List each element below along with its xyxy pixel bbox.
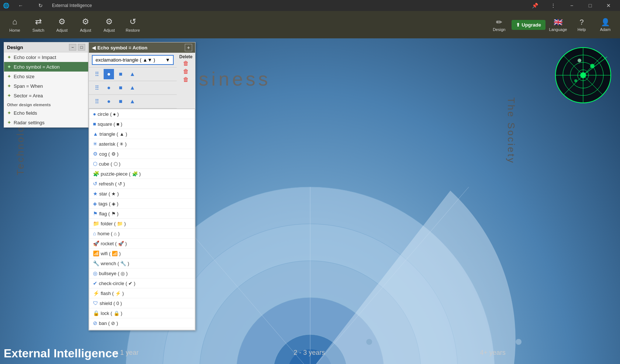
echo-color-icon: ✦ [7, 54, 11, 60]
shape-grid-btn-3[interactable]: ⠿ [92, 96, 102, 107]
more-button[interactable]: ⋮ [545, 0, 562, 11]
app-title-bottom: External Intelligence [4, 347, 118, 360]
toolbar-adjust3[interactable]: ⚙ Adjust [98, 13, 120, 37]
list-item-rocket[interactable]: 🚀 rocket ( 🚀 ) [89, 239, 195, 249]
list-item-triangle[interactable]: ▲ triangle ( ▲ ) [89, 129, 195, 139]
panel-item-radar-settings[interactable]: ✦ Radar settings [4, 118, 88, 127]
panel-item-echo-color[interactable]: ✦ Echo color = Impact [4, 52, 88, 62]
language-icon: 🇬🇧 [554, 18, 563, 27]
list-item-wifi-label: wifi ( 📶 ) [101, 251, 121, 256]
list-item-folder[interactable]: 📁 folder ( 📁 ) [89, 219, 195, 229]
shape-row-2: ⠿ ● ■ ▲ [89, 81, 177, 95]
list-item-wrench[interactable]: 🔧 wrench ( 🔧 ) [89, 259, 195, 268]
toolbar-adam-label: Adam [600, 27, 611, 32]
shape-row-3: ⠿ ● ■ ▲ [89, 95, 177, 108]
shape-triangle-btn-3[interactable]: ▲ [127, 96, 138, 107]
minimize-button[interactable]: − [563, 0, 580, 11]
delete-row1-button[interactable]: 🗑 [182, 59, 190, 67]
list-item-puzzle-piece-label: puzzle-piece ( 🧩 ) [101, 171, 141, 177]
shape-square-btn-3[interactable]: ■ [115, 96, 126, 107]
close-button[interactable]: ✕ [600, 0, 617, 11]
maximize-button[interactable]: □ [582, 0, 599, 11]
shape-circle-btn-3[interactable]: ● [104, 96, 114, 107]
delete-row3-button[interactable]: 🗑 [182, 76, 190, 84]
toolbar-adjust1-label: Adjust [56, 28, 68, 32]
panel-maximize-button[interactable]: □ [78, 44, 85, 51]
list-item-bullseye-label: bullseye ( ◎ ) [99, 271, 128, 276]
sector-society: The Society [505, 97, 517, 164]
panel-item-sector-area[interactable]: ✦ Sector = Area [4, 91, 88, 100]
echo-dropdown[interactable]: exclamation-triangle ( ▲▼ ) ▼ [92, 55, 174, 65]
toolbar-adjust1[interactable]: ⚙ Adjust [51, 13, 73, 37]
shape-grid-btn[interactable]: ⠿ [92, 69, 102, 79]
list-item-ban[interactable]: ⊘ ban ( ⊘ ) [89, 318, 195, 328]
toolbar-design[interactable]: ✏ Design [488, 13, 510, 37]
shape-grid-btn-2[interactable]: ⠿ [92, 83, 102, 93]
list-item-lock[interactable]: 🔒 lock ( 🔒 ) [89, 308, 195, 318]
list-item-asterisk[interactable]: ✳ asterisk ( ✳ ) [89, 139, 195, 149]
delete-row2-button[interactable]: 🗑 [182, 67, 190, 76]
panel-item-span-when[interactable]: ✦ Span = When [4, 81, 88, 91]
panel-item-sector-area-label: Sector = Area [14, 93, 43, 98]
list-item-refresh[interactable]: ↺ refresh ( ↺ ) [89, 179, 195, 189]
echo-fields-icon: ✦ [7, 110, 11, 116]
pin-button[interactable]: 📌 [526, 0, 543, 11]
shape-circle-btn[interactable]: ● [104, 69, 114, 79]
home-sym-icon: ⌂ [93, 230, 96, 236]
panel-item-echo-symbol[interactable]: ✦ Echo symbol = Action [4, 62, 88, 72]
list-item-cog[interactable]: ⚙ cog ( ⚙ ) [89, 149, 195, 159]
back-button[interactable]: ← [12, 0, 29, 11]
toolbar-adam[interactable]: 👤 Adam [594, 13, 616, 37]
list-item-flash-label: flash ( ⚡ ) [101, 291, 124, 296]
shape-triangle-btn[interactable]: ▲ [127, 69, 138, 79]
list-item-circle-label: circle ( ● ) [97, 111, 119, 117]
toolbar-home[interactable]: ⌂ Home [4, 13, 26, 37]
upgrade-button[interactable]: ⬆ Upgrade [512, 20, 545, 30]
refresh-button[interactable]: ↻ [32, 0, 49, 11]
list-item-check-circle[interactable]: ✔ check-circle ( ✔ ) [89, 278, 195, 288]
toolbar-adjust2[interactable]: ⚙ Adjust [75, 13, 97, 37]
list-item-square-label: square ( ■ ) [97, 121, 122, 127]
list-item-shield[interactable]: 🛡 shield ( 0 ) [89, 298, 195, 308]
echo-panel-title: Echo symbol = Action [97, 45, 183, 51]
dropdown-list[interactable]: ● circle ( ● ) ■ square ( ■ ) ▲ triangle… [89, 109, 195, 330]
panel-minimize-button[interactable]: − [69, 44, 76, 51]
upgrade-icon: ⬆ [516, 22, 520, 28]
panel-item-echo-size[interactable]: ✦ Echo size [4, 72, 88, 81]
list-item-wifi[interactable]: 📶 wifi ( 📶 ) [89, 249, 195, 259]
toolbar-switch[interactable]: ⇄ Switch [27, 13, 49, 37]
toolbar-help[interactable]: ? Help [571, 13, 593, 37]
rocket-sym-icon: 🚀 [93, 240, 99, 246]
panel-item-echo-fields[interactable]: ✦ Echo fields [4, 108, 88, 118]
other-design-header: Other design elements [4, 100, 88, 108]
list-item-cube[interactable]: ⬡ cube ( ⬡ ) [89, 159, 195, 169]
shape-triangle-btn-2[interactable]: ▲ [127, 83, 138, 93]
upgrade-label: Upgrade [522, 22, 541, 28]
switch-icon: ⇄ [35, 17, 42, 27]
shape-circle-btn-2[interactable]: ● [104, 83, 114, 93]
shape-square-btn-2[interactable]: ■ [115, 83, 126, 93]
adam-icon: 👤 [601, 18, 610, 27]
list-item-square[interactable]: ■ square ( ■ ) [89, 119, 195, 129]
list-item-tags[interactable]: ◈ tags ( ◈ ) [89, 199, 195, 209]
shape-square-btn[interactable]: ■ [115, 69, 126, 79]
list-item-circle[interactable]: ● circle ( ● ) [89, 109, 195, 119]
toolbar-right: ✏ Design ⬆ Upgrade 🇬🇧 Language ? Help 👤 … [488, 13, 616, 37]
list-item-bullseye[interactable]: ◎ bullseye ( ◎ ) [89, 268, 195, 278]
restore-icon: ↺ [129, 17, 136, 27]
toolbar-restore[interactable]: ↺ Restore [122, 13, 144, 37]
list-item-puzzle-piece[interactable]: 🧩 puzzle-piece ( 🧩 ) [89, 169, 195, 179]
list-item-wrench-label: wrench ( 🔧 ) [101, 261, 129, 266]
list-item-bomb[interactable]: 💣 bomb ( 💣 ) [89, 328, 195, 330]
list-item-check-circle-label: check-circle ( ✔ ) [99, 281, 135, 286]
toolbar-language[interactable]: 🇬🇧 Language [547, 13, 569, 37]
list-item-star[interactable]: ★ star ( ★ ) [89, 189, 195, 199]
svg-point-19 [578, 59, 581, 62]
echo-nav-left[interactable]: ◀ [92, 45, 96, 51]
list-item-triangle-label: triangle ( ▲ ) [100, 131, 127, 137]
echo-panel-add-button[interactable]: + [185, 44, 192, 51]
list-item-flash[interactable]: ⚡ flash ( ⚡ ) [89, 288, 195, 298]
list-item-flag[interactable]: ⚑ flag ( ⚑ ) [89, 209, 195, 219]
echo-dropdown-row: exclamation-triangle ( ▲▼ ) ▼ [89, 53, 177, 67]
list-item-home[interactable]: ⌂ home ( ⌂ ) [89, 229, 195, 239]
